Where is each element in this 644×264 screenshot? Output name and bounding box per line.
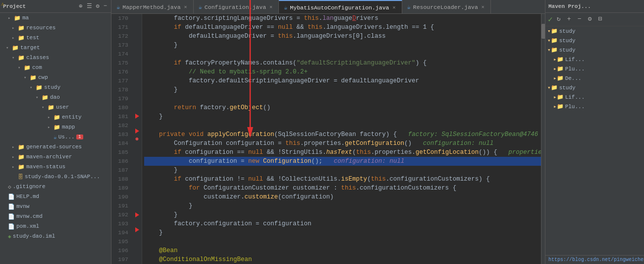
gutter-200 [132, 241, 142, 249]
code-line-190: customizer.customize(configuration) [144, 193, 541, 201]
tree-item-study-snap[interactable]: ▸ 🗄 study-dao-0.0.1-SNAP... [0, 172, 111, 182]
url-bar: https://blog.csdn.net/pingweicheng [545, 255, 644, 264]
gutter-201 [132, 249, 142, 257]
tree-item-study[interactable]: ▾ 📁 study [0, 82, 111, 92]
tree-item-user[interactable]: ▾ 📁 user [0, 102, 111, 112]
tree-item-com[interactable]: ▾ 📁 com [0, 63, 111, 72]
line-numbers: 170 171 172 173 174 175 176 177 178 179 … [111, 14, 132, 264]
maven-check-icon[interactable]: ✓ [548, 14, 553, 24]
code-text[interactable]: factory.scriptingLanguageDrivers = this.… [142, 14, 541, 264]
maven-item-lif-2[interactable]: ▸📁 Lif... [545, 92, 644, 102]
gutter-187 [132, 143, 142, 150]
tab-close-mapper[interactable]: ✕ [183, 3, 188, 10]
tab-mapper-method[interactable]: ☕ MapperMethod.java ✕ [111, 0, 194, 14]
maven-item-study-3[interactable]: ▾📁 study [545, 45, 644, 55]
code-line-196: @Bean [144, 246, 541, 255]
code-line-188: if configuration != null && !CollectionU… [144, 175, 541, 184]
svg-marker-3 [135, 227, 139, 232]
tree-item-mvnw-cmd[interactable]: ▸ 📄 mvnw.cmd [0, 211, 111, 221]
tree-item-entity[interactable]: ▸ 📁 entity [0, 112, 111, 122]
scroll-thumb[interactable] [541, 24, 545, 39]
tab-close-configuration[interactable]: ✕ [268, 3, 273, 10]
code-line-181: } [144, 112, 541, 121]
sidebar-icon-4[interactable]: − [103, 2, 108, 10]
gutter-179 [132, 82, 142, 89]
code-line-189: for ConfigurationCustomizer customizer :… [144, 184, 541, 193]
code-line-195 [144, 237, 541, 246]
sidebar-header: Project ⊕ ☰ ⚙ − [0, 0, 111, 13]
tab-resource-loader[interactable]: ☕ ResourceLoader.java ✕ [402, 0, 491, 14]
debug-marker-198 [134, 226, 140, 233]
tab-bar: ☕ MapperMethod.java ✕ ☕ Configuration.ja… [111, 0, 545, 14]
maven-item-study-2[interactable]: ▾📁 study [545, 36, 644, 45]
tree-item-resources[interactable]: ▸ 📁 resources [0, 23, 111, 33]
editor-scrollbar[interactable] [541, 14, 545, 264]
tab-close-resource[interactable]: ✕ [481, 3, 485, 10]
gutter-178 [132, 74, 142, 82]
gutter-184 [132, 120, 142, 128]
sidebar-icon-3[interactable]: ⚙ [95, 2, 101, 10]
gutter-183 [132, 112, 142, 120]
code-line-192: } [144, 210, 541, 219]
tab-configuration[interactable]: ☕ Configuration.java ✕ [194, 0, 279, 14]
gutter-196 [132, 211, 142, 218]
svg-marker-2 [135, 212, 139, 217]
tab-close-mybatis[interactable]: ✕ [391, 4, 396, 11]
svg-marker-1 [135, 129, 139, 133]
tab-mybatis-autoconfig[interactable]: ☕ MybatisAutoConfiguration.java ✕ [279, 0, 402, 14]
maven-add-btn[interactable]: + [565, 14, 574, 23]
maven-remove-btn[interactable]: − [575, 14, 584, 23]
svg-marker-0 [135, 114, 139, 119]
tree-item-help-md[interactable]: ▸ 📄 HELP.md [0, 192, 111, 201]
code-line-178: } [144, 85, 541, 94]
tree-item-cwp[interactable]: ▾ 📁 cwp [0, 72, 111, 82]
gutter-195 [132, 203, 142, 211]
maven-settings-btn[interactable]: ⚙ [586, 14, 594, 23]
tree-item-maven-status[interactable]: ▸ 📁 maven-status [0, 162, 111, 172]
code-line-187: } [144, 166, 541, 175]
gutter-191 [132, 173, 142, 181]
gutter-173 [132, 37, 142, 44]
tree-item-pom-xml[interactable]: ▸ 📄 pom.xml [0, 221, 111, 231]
maven-item-plu-1[interactable]: ▸📁 Plu... [545, 64, 644, 73]
tree-item-target[interactable]: ▾ 📁 target [0, 43, 111, 53]
sidebar-icon-2[interactable]: ☰ [86, 2, 93, 10]
gutter-175 [132, 52, 142, 59]
maven-item-lif-1[interactable]: ▸📁 Lif... [545, 55, 644, 64]
code-editor[interactable]: 170 171 172 173 174 175 176 177 178 179 … [111, 14, 545, 264]
code-line-173: } [144, 41, 541, 50]
maven-collapse-btn[interactable]: ⊟ [596, 14, 605, 23]
gutter-193 [132, 189, 142, 196]
gutter-189 [132, 158, 142, 166]
gutter-176 [132, 60, 142, 67]
tree-item-gitignore[interactable]: ▸ ◇ .gitignore [0, 182, 111, 192]
tree-item-test[interactable]: ▸ 📁 test [0, 33, 111, 43]
tree-item-classes[interactable]: ▾ 📁 classes [0, 53, 111, 63]
tree-item-dao[interactable]: ▾ 📁 dao [0, 92, 111, 102]
tree-item-study-iml[interactable]: ▸ ◈ study-dao.iml [0, 231, 111, 241]
editor-gutter: ● [132, 14, 142, 264]
gutter-197 [132, 219, 142, 226]
sidebar-title: Project [3, 3, 78, 9]
tree-item-mvnw[interactable]: ▸ 📄 mvnw [0, 201, 111, 211]
tree-item-mapp[interactable]: ▸ 📁 mapp [0, 122, 111, 132]
gutter-192 [132, 181, 142, 188]
maven-item-de-1[interactable]: ▸📁 De... [545, 73, 644, 83]
sidebar-icon-1[interactable]: ⊕ [78, 2, 83, 10]
code-line-183: private void applyConfiguration(SqlSessi… [144, 130, 541, 139]
tree-item-user-class[interactable]: ▸ ☕ Us... 1 [0, 132, 111, 142]
tree-item-maven-archiver[interactable]: ▸ 📁 maven-archiver [0, 152, 111, 162]
code-line-186: configuration = new Configuration(); con… [144, 157, 541, 166]
maven-item-study-4[interactable]: ▾📁 study [545, 83, 644, 92]
maven-item-plu-2[interactable]: ▸📁 Plu... [545, 102, 644, 111]
gutter-194 [132, 196, 142, 203]
tree-item-ma[interactable]: ▸ 📁 ma [0, 13, 111, 23]
debug-marker-183 [134, 113, 140, 120]
maven-refresh-btn[interactable]: ↻ [554, 14, 563, 23]
maven-item-study-1[interactable]: ▾📁 study [545, 26, 644, 36]
gutter-185 [132, 128, 142, 135]
code-line-182 [144, 121, 541, 130]
code-line-172: defaultLanguageDriver = this.languageDri… [144, 32, 541, 41]
tree-item-generated-sources[interactable]: ▸ 📁 generated-sources [0, 142, 111, 152]
gutter-181 [132, 97, 142, 105]
